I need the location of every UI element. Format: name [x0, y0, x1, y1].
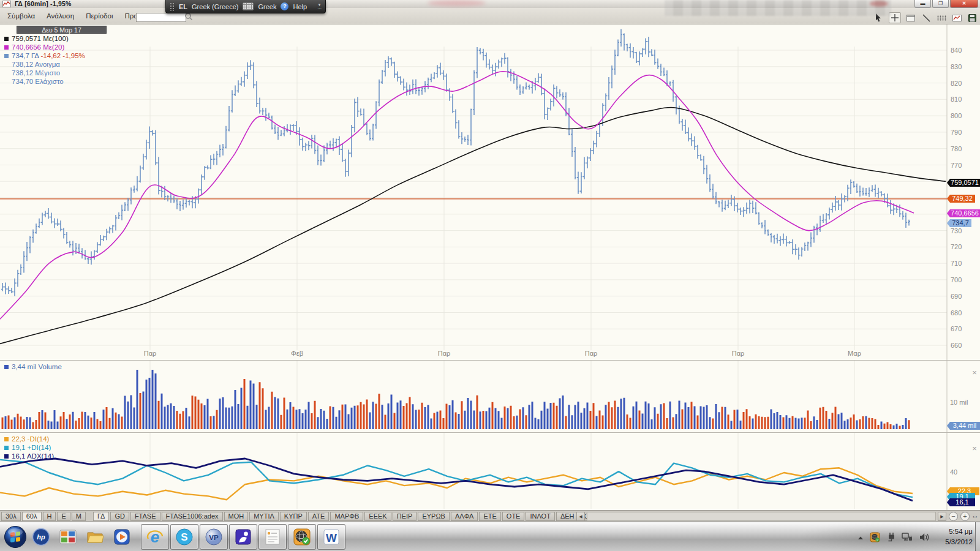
tab-ΜΥΤΙΛ[interactable]: ΜΥΤΙΛ	[249, 512, 279, 521]
tab-ΠΕΙΡ[interactable]: ΠΕΙΡ	[393, 512, 417, 521]
clock-date: 5/3/2012	[930, 537, 973, 547]
tab-ΑΤΕ[interactable]: ΑΤΕ	[308, 512, 330, 521]
crosshair-date-tooltip: Δευ 5 Μαρ 17	[17, 26, 107, 34]
taskbar-clock[interactable]: 5:54 μμ 5/3/2012	[930, 527, 973, 547]
tab-ΔΕΗ[interactable]: ΔΕΗ	[556, 512, 579, 521]
legend-ma100: 759,0571 Με(100)	[4, 34, 85, 43]
keyboard-layout[interactable]: Greek	[258, 3, 276, 10]
tab-ΙΝΛΟΤ[interactable]: ΙΝΛΟΤ	[526, 512, 554, 521]
tab-ΚΥΠΡ[interactable]: ΚΥΠΡ	[280, 512, 307, 521]
scroll-left-icon[interactable]: ◀	[576, 512, 585, 521]
save-icon[interactable]	[967, 13, 978, 23]
tab-FTASE[interactable]: FTASE	[130, 512, 160, 521]
tab-FTASE1006:adex[interactable]: FTASE1006:adex	[162, 512, 223, 521]
tab-ΕΤΕ[interactable]: ΕΤΕ	[479, 512, 500, 521]
tab-30λ[interactable]: 30λ	[1, 512, 21, 521]
maximize-button[interactable]: ❐	[932, 0, 949, 8]
help-icon[interactable]: ?	[281, 2, 288, 10]
trendline-tool-icon[interactable]	[921, 13, 932, 23]
media-player-icon[interactable]	[113, 528, 131, 546]
scroll-right-icon[interactable]: ▶	[938, 512, 946, 521]
crosshair-tool-icon[interactable]	[889, 12, 901, 23]
indicator-legend: 22,3 -DI(14) 19,1 +DI(14) 16,1 ADX(14)	[4, 435, 54, 460]
power-plug-icon[interactable]	[886, 532, 897, 542]
svg-text:800: 800	[951, 112, 962, 119]
price-legend: 759,0571 Με(100) 740,6656 Με(20) 734,7 Γ…	[4, 34, 85, 86]
svg-text:670: 670	[951, 325, 962, 332]
word-button[interactable]: W	[317, 524, 345, 550]
legend-last: 734,7 ΓΔ -14,62 -1,95%	[4, 51, 85, 60]
svg-text:720: 720	[951, 243, 962, 250]
tray-globe-sync-icon[interactable]	[870, 532, 880, 542]
window-titlebar[interactable]: ΓΔ [60min] -1,95% ▬ ❐ ✕	[0, 0, 980, 8]
grid-tool-icon[interactable]	[936, 13, 947, 23]
close-volume-pane-icon[interactable]: ×	[971, 369, 978, 377]
legend-ma20: 740,6656 Με(20)	[4, 43, 85, 51]
tab-ΓΔ[interactable]: ΓΔ	[93, 512, 109, 521]
notes-app-button[interactable]	[258, 524, 287, 550]
help-label[interactable]: Help	[293, 3, 307, 10]
tab-ΕΕΕΚ[interactable]: ΕΕΕΚ	[364, 512, 391, 521]
vp-app-button[interactable]: VP	[200, 524, 228, 550]
zoom-in-icon[interactable]: +	[960, 512, 970, 521]
tab-ΕΥΡΩΒ[interactable]: ΕΥΡΩΒ	[418, 512, 450, 521]
zoom-out-icon[interactable]: −	[949, 512, 958, 521]
volume-chart[interactable]	[0, 361, 980, 433]
legend-adx: 16,1 ADX(14)	[4, 452, 54, 460]
tab-Ε[interactable]: Ε	[57, 512, 70, 521]
start-button[interactable]	[4, 525, 27, 549]
window-tool-icon[interactable]	[905, 13, 916, 23]
hidden-icons-arrow[interactable]	[856, 533, 867, 544]
tab-Μ[interactable]: Μ	[72, 512, 86, 521]
tab-60λ[interactable]: 60λ	[22, 512, 42, 521]
globe-sync-button[interactable]	[288, 524, 316, 550]
volume-speaker-icon[interactable]	[919, 532, 929, 542]
svg-text:730: 730	[951, 227, 962, 234]
menu-analysis[interactable]: Ανάλυση	[47, 12, 74, 20]
price-pane: 6606706806907007107207307407507607707807…	[0, 24, 980, 360]
indicator-axis-tick: 40	[950, 468, 957, 476]
menu-symbols[interactable]: Σύμβολα	[7, 12, 35, 20]
close-button[interactable]: ✕	[950, 0, 978, 8]
search-icon[interactable]	[184, 12, 193, 23]
last-price-tag: 734,7	[947, 219, 971, 227]
desktop: { "window": {"title": "ΓΔ [60min] -1,95%…	[0, 0, 980, 551]
photo-viewer-icon[interactable]	[59, 528, 77, 546]
language-code[interactable]: EL	[179, 3, 187, 10]
price-chart[interactable]: 6606706806907007107207307407507607707807…	[0, 24, 980, 360]
tab-ΑΛΦΑ[interactable]: ΑΛΦΑ	[451, 512, 478, 521]
svg-text:S: S	[181, 531, 187, 543]
hp-icon[interactable]: hp	[32, 528, 50, 546]
tab-scrollbar-track[interactable]	[587, 512, 936, 521]
tab-ΜΟΗ[interactable]: ΜΟΗ	[224, 512, 249, 521]
minimize-button[interactable]: ▬	[914, 0, 931, 8]
legend-high: 738,12 Μέγιστο	[4, 69, 85, 77]
internet-explorer-button[interactable]: e	[141, 524, 169, 550]
dmi-chart[interactable]	[0, 433, 980, 511]
drag-grip-icon[interactable]	[170, 2, 175, 11]
symbol-search-input[interactable]	[136, 13, 186, 22]
svg-text:680: 680	[951, 309, 962, 317]
show-desktop-button[interactable]	[975, 522, 980, 551]
close-indicator-pane-icon[interactable]: ×	[971, 445, 978, 452]
folder-explorer-icon[interactable]	[86, 528, 104, 546]
svg-text:Παρ: Παρ	[438, 350, 451, 357]
keyboard-icon[interactable]	[243, 2, 254, 10]
skype-button[interactable]: S	[170, 524, 198, 550]
tab-GD[interactable]: GD	[110, 512, 129, 521]
language-name[interactable]: Greek (Greece)	[192, 3, 238, 10]
network-icon[interactable]	[902, 532, 912, 542]
window-title: ΓΔ [60min] -1,95%	[15, 0, 72, 8]
volume-tag: 3,44 mil	[947, 422, 980, 430]
horizontal-resize-icon[interactable]: ↔	[971, 511, 979, 520]
tab-ΜΑΡΦΒ[interactable]: ΜΑΡΦΒ	[330, 512, 363, 521]
tab-Η[interactable]: Η	[43, 512, 56, 521]
language-bar[interactable]: EL Greek (Greece) Greek ? Help ▾⋯	[165, 0, 326, 13]
chart-tool-icon[interactable]	[951, 13, 962, 23]
svg-text:790: 790	[951, 129, 962, 136]
menu-periods[interactable]: Περίοδοι	[86, 12, 113, 20]
tab-ΟΤΕ[interactable]: ΟΤΕ	[502, 512, 525, 521]
pointer-tool-icon[interactable]	[873, 13, 884, 23]
language-bar-options-icon[interactable]: ▾⋯	[317, 3, 322, 10]
presentation-app-button[interactable]	[229, 524, 257, 550]
